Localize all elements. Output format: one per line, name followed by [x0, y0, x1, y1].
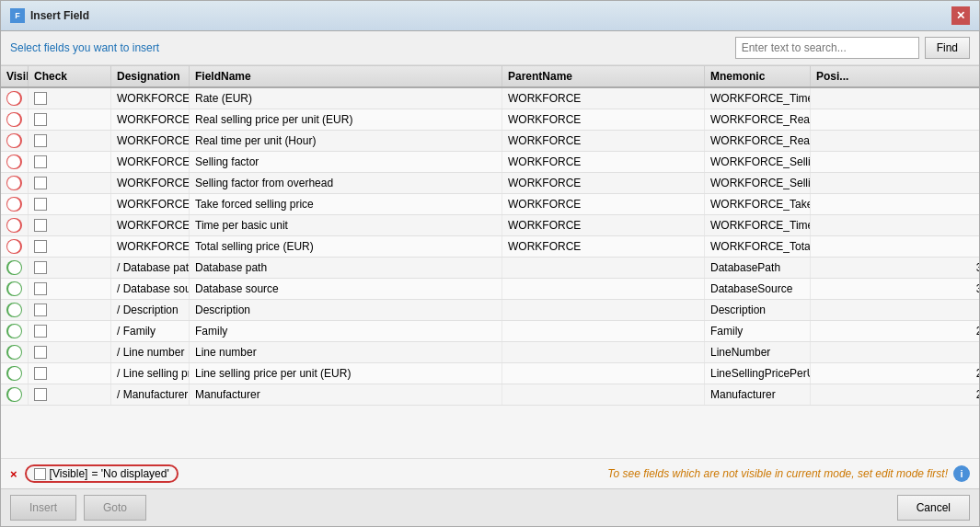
cell-mnemonic: Manufacturer — [705, 384, 811, 405]
cell-check[interactable] — [29, 88, 111, 109]
toggle-off[interactable] — [6, 91, 22, 106]
table-row[interactable]: / Line selling price per unit (EUR) Line… — [1, 363, 979, 384]
cell-check[interactable] — [29, 321, 111, 341]
find-button[interactable]: Find — [925, 37, 970, 59]
cell-visible[interactable] — [1, 152, 29, 172]
table-row[interactable]: / Family Family Family 23 — [1, 321, 979, 342]
table-row[interactable]: / Description Description Description 5 — [1, 300, 979, 321]
cell-parentname — [502, 342, 705, 362]
cell-parentname: WORKFORCE — [502, 215, 705, 235]
cell-parentname — [502, 363, 705, 384]
toggle-off[interactable] — [6, 176, 22, 190]
cell-check[interactable] — [29, 279, 111, 299]
table-row[interactable]: WORKFORCE / Real time per unit (Hour) Re… — [1, 131, 979, 152]
toggle-off[interactable] — [6, 197, 22, 212]
cell-check[interactable] — [29, 152, 111, 172]
row-checkbox[interactable] — [34, 198, 47, 211]
cell-check[interactable] — [29, 173, 111, 193]
cell-mnemonic: WORKFORCE_RealSellingPricePerUnit — [705, 109, 811, 130]
cell-check[interactable] — [29, 342, 111, 362]
cell-parentname — [502, 279, 705, 299]
table-row[interactable]: WORKFORCE / Take forced selling price Ta… — [1, 194, 979, 215]
cell-visible[interactable] — [1, 131, 29, 151]
toggle-on[interactable] — [6, 387, 22, 402]
cell-check[interactable] — [29, 109, 111, 130]
toggle-off[interactable] — [6, 239, 22, 254]
cell-fieldname: Family — [190, 321, 502, 341]
row-checkbox[interactable] — [34, 134, 47, 147]
cell-visible[interactable] — [1, 258, 29, 278]
search-input[interactable] — [735, 37, 919, 59]
cell-check[interactable] — [29, 363, 111, 384]
toggle-off[interactable] — [6, 218, 22, 233]
cancel-button[interactable]: Cancel — [897, 495, 970, 521]
col-visible[interactable]: Visible — [1, 66, 29, 86]
table-row[interactable]: / Line number Line number LineNumber 4 — [1, 342, 979, 363]
cell-visible[interactable] — [1, 109, 29, 130]
filter-bar: × [Visible] = 'No displayed' To see fiel… — [1, 458, 979, 488]
table-row[interactable]: WORKFORCE / Real selling price per unit … — [1, 109, 979, 131]
cell-fieldname: Line number — [190, 342, 502, 362]
cell-fieldname: Time per basic unit — [190, 215, 502, 235]
cell-position: 0 — [811, 236, 979, 257]
toggle-off[interactable] — [6, 112, 22, 127]
cell-visible[interactable] — [1, 173, 29, 193]
row-checkbox[interactable] — [34, 155, 47, 168]
table-row[interactable]: / Database path Database path DatabasePa… — [1, 258, 979, 279]
cell-visible[interactable] — [1, 88, 29, 109]
row-checkbox[interactable] — [34, 388, 47, 401]
cell-visible[interactable] — [1, 236, 29, 257]
cell-visible[interactable] — [1, 215, 29, 235]
close-button[interactable]: ✕ — [951, 6, 970, 25]
cell-check[interactable] — [29, 384, 111, 405]
toggle-on[interactable] — [6, 303, 22, 317]
table-row[interactable]: / Manufacturer Manufacturer Manufacturer… — [1, 384, 979, 406]
cell-position: 0 — [811, 152, 979, 172]
row-checkbox[interactable] — [34, 177, 47, 189]
filter-remove-button[interactable]: × — [10, 467, 17, 481]
cell-mnemonic: DatabaseSource — [705, 279, 811, 299]
toggle-on[interactable] — [6, 345, 22, 360]
table-row[interactable]: WORKFORCE / Time per basic unit Time per… — [1, 215, 979, 236]
insert-field-dialog: F Insert Field ✕ Select fields you want … — [0, 0, 980, 527]
toggle-on[interactable] — [6, 324, 22, 338]
table-row[interactable]: WORKFORCE / Rate (EUR) Rate (EUR) WORKFO… — [1, 88, 979, 109]
goto-button[interactable]: Goto — [84, 495, 146, 521]
row-checkbox[interactable] — [34, 346, 47, 359]
cell-visible[interactable] — [1, 342, 29, 362]
toggle-on[interactable] — [6, 260, 22, 275]
toggle-on[interactable] — [6, 281, 22, 296]
row-checkbox[interactable] — [34, 113, 47, 126]
table-row[interactable]: / Database source Database source Databa… — [1, 279, 979, 300]
toggle-off[interactable] — [6, 133, 22, 148]
filter-checkbox[interactable] — [34, 468, 46, 480]
table-row[interactable]: WORKFORCE / Selling factor from overhead… — [1, 173, 979, 194]
cell-check[interactable] — [29, 194, 111, 214]
insert-button[interactable]: Insert — [10, 495, 76, 521]
cell-check[interactable] — [29, 215, 111, 235]
row-checkbox[interactable] — [34, 282, 47, 295]
cell-check[interactable] — [29, 300, 111, 320]
cell-visible[interactable] — [1, 384, 29, 405]
cell-visible[interactable] — [1, 363, 29, 384]
row-checkbox[interactable] — [34, 240, 47, 253]
cell-visible[interactable] — [1, 194, 29, 214]
cell-designation: / Description — [111, 300, 190, 320]
row-checkbox[interactable] — [34, 261, 47, 274]
cell-visible[interactable] — [1, 321, 29, 341]
cell-visible[interactable] — [1, 300, 29, 320]
table-row[interactable]: WORKFORCE / Total selling price (EUR) To… — [1, 236, 979, 258]
row-checkbox[interactable] — [34, 325, 47, 338]
row-checkbox[interactable] — [34, 92, 47, 105]
toggle-off[interactable] — [6, 155, 22, 169]
row-checkbox[interactable] — [34, 367, 47, 380]
table-row[interactable]: WORKFORCE / Selling factor Selling facto… — [1, 152, 979, 173]
toggle-on[interactable] — [6, 366, 22, 381]
cell-check[interactable] — [29, 236, 111, 257]
cell-check[interactable] — [29, 258, 111, 278]
cell-check[interactable] — [29, 131, 111, 151]
cell-visible[interactable] — [1, 279, 29, 299]
cell-designation: WORKFORCE / Real time per unit (Hour) — [111, 131, 190, 151]
row-checkbox[interactable] — [34, 304, 47, 316]
row-checkbox[interactable] — [34, 219, 47, 232]
